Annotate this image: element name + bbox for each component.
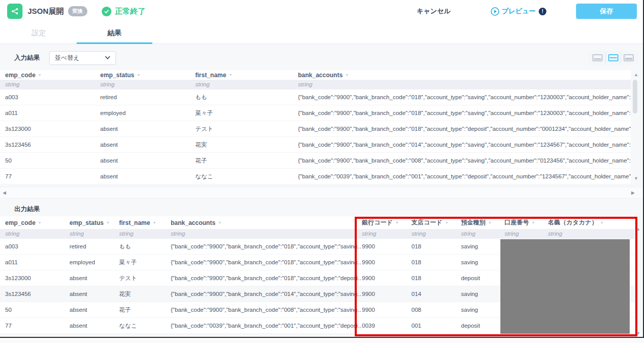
cell-emp-status: absent [70, 302, 119, 317]
play-icon [491, 7, 499, 16]
cell-emp-status: absent [70, 270, 119, 286]
json-expand-node-icon [7, 4, 22, 19]
output-table-type-row: stringstringstringstringstringstringstri… [0, 229, 635, 239]
column-header[interactable]: emp_status ▼ [100, 70, 195, 80]
results-content: 入力結果 並べ替え [0, 44, 643, 337]
status-indicator: 正常終了 [102, 7, 146, 16]
column-header[interactable]: emp_code ▼ [5, 216, 70, 229]
column-header-label: first_name [195, 72, 226, 79]
sort-icon: ▼ [38, 73, 41, 77]
sort-icon: ▼ [218, 221, 221, 224]
preview-label: プレビュー [502, 7, 536, 16]
column-header-label: 支店コード [411, 218, 443, 227]
preview-button[interactable]: プレビュー ! [491, 7, 546, 16]
cell-bank-accounts: {"bank_code":"9900","bank_branch_code":"… [298, 137, 631, 152]
column-header[interactable]: first_name ▼ [119, 216, 171, 229]
cell-first-name: もも [119, 239, 171, 254]
scroll-right-icon[interactable]: ▶ [631, 191, 635, 195]
table-row[interactable]: 3s123000 absent テスト {"bank_code":"9900",… [0, 121, 631, 137]
column-header-label: emp_code [5, 72, 35, 79]
tab-settings[interactable]: 設定 [1, 22, 77, 43]
save-button[interactable]: 保存 [576, 4, 637, 19]
scroll-down-icon[interactable]: ▼ [636, 331, 640, 336]
cell-emp-status: absent [70, 318, 119, 333]
cell-bank-accounts: {"bank_code":"9900","bank_branch_code":"… [171, 255, 362, 270]
column-header[interactable]: 口座番号 ▼ [504, 216, 548, 229]
cell-first-name: ななこ [119, 318, 171, 333]
table-row[interactable]: 77 absent ななこ {"bank_code":"0039","bank_… [0, 169, 631, 185]
column-header[interactable]: 支店コード ▼ [411, 216, 461, 229]
sort-dropdown-value: 並べ替え [55, 54, 80, 62]
sort-dropdown[interactable]: 並べ替え [49, 51, 116, 65]
cell-account-type: saving [461, 302, 504, 317]
cell-emp-code: a003 [5, 239, 70, 254]
cell-first-name: テスト [119, 270, 171, 286]
cell-account-type: deposit [461, 270, 504, 286]
cell-emp-code: 77 [5, 318, 70, 333]
cell-bank-accounts: {"bank_code":"0039","bank_branch_code":"… [298, 169, 631, 184]
cell-emp-code: a011 [5, 105, 100, 121]
column-header[interactable]: emp_code ▼ [5, 70, 100, 80]
page-title: JSON展開 [28, 7, 64, 16]
table-row[interactable]: a011 employed 菜々子 {"bank_code":"9900","b… [0, 105, 631, 121]
cell-emp-code: 77 [5, 169, 100, 184]
cell-emp-status: employed [70, 255, 119, 270]
column-header[interactable]: bank_accounts ▼ [171, 216, 362, 229]
layout-split-view-button[interactable] [605, 52, 620, 63]
column-type-label: string [119, 229, 171, 239]
column-header-label: emp_status [100, 72, 134, 79]
cell-first-name: 花実 [195, 137, 298, 152]
cell-branch-code: 018 [411, 270, 461, 286]
layout-top-view-button[interactable] [590, 52, 605, 63]
scroll-up-icon[interactable]: ▲ [636, 227, 640, 232]
column-header[interactable]: 名義（カタカナ） ▼ [548, 216, 635, 229]
column-header-label: emp_status [70, 219, 104, 226]
input-controls: 入力結果 並べ替え [0, 44, 643, 65]
column-header[interactable]: first_name ▼ [195, 70, 298, 80]
transform-type-badge: 変換 [68, 6, 87, 16]
tab-results[interactable]: 結果 [77, 22, 152, 43]
cell-emp-code: 3s123000 [5, 270, 70, 286]
column-type-label: string [100, 80, 195, 89]
cell-bank-accounts: {"bank_code":"9900","bank_branch_code":"… [171, 302, 362, 317]
cell-account-type: saving [461, 286, 504, 302]
column-header[interactable]: emp_status ▼ [70, 216, 119, 229]
cell-emp-status: employed [100, 105, 195, 121]
sort-icon: ▼ [396, 221, 399, 224]
sort-icon: ▼ [229, 73, 233, 77]
sort-icon: ▼ [106, 221, 110, 224]
table-row[interactable]: a003 retired もも {"bank_code":"9900","ban… [0, 89, 631, 105]
column-type-label: string [70, 229, 119, 239]
cell-first-name: テスト [195, 121, 298, 136]
cell-branch-code: 001 [411, 318, 461, 333]
column-header-label: 銀行コード [362, 218, 393, 227]
sort-icon: ▼ [153, 221, 156, 224]
column-header[interactable]: 預金種別 ▼ [461, 216, 504, 229]
table-row[interactable]: 50 absent 花子 {"bank_code":"9900","bank_b… [0, 153, 631, 169]
cell-bank-code: 9900 [362, 255, 411, 270]
column-header[interactable]: bank_accounts ▼ [298, 70, 631, 80]
cell-bank-accounts: {"bank_code":"9900","bank_branch_code":"… [298, 105, 631, 121]
column-header[interactable]: 銀行コード ▼ [362, 216, 411, 229]
cell-account-type: saving [461, 255, 504, 270]
cell-branch-code: 014 [411, 286, 461, 302]
column-type-label: string [411, 229, 461, 239]
scroll-down-icon[interactable]: ▼ [634, 176, 638, 181]
cell-emp-code: a011 [5, 255, 70, 270]
alert-icon: ! [539, 8, 546, 15]
sort-icon: ▼ [488, 221, 492, 224]
sort-icon: ▼ [445, 221, 449, 224]
chevron-down-icon [105, 56, 110, 60]
layout-bottom-view-button[interactable] [620, 52, 636, 63]
horizontal-scrollbar[interactable]: ◀ ▶ [0, 187, 643, 199]
scroll-up-icon[interactable]: ▲ [634, 73, 638, 77]
cell-emp-code: 3s123456 [5, 137, 100, 152]
status-text: 正常終了 [115, 7, 146, 16]
scrollbar-thumb[interactable] [633, 80, 637, 113]
cell-bank-code: 9900 [362, 239, 411, 254]
cell-emp-code: 50 [5, 153, 100, 168]
scroll-left-icon[interactable]: ◀ [3, 191, 6, 195]
cancel-button[interactable]: キャンセル [417, 7, 451, 16]
column-header-label: bank_accounts [298, 72, 342, 79]
table-row[interactable]: 3s123456 absent 花実 {"bank_code":"9900","… [0, 137, 631, 153]
